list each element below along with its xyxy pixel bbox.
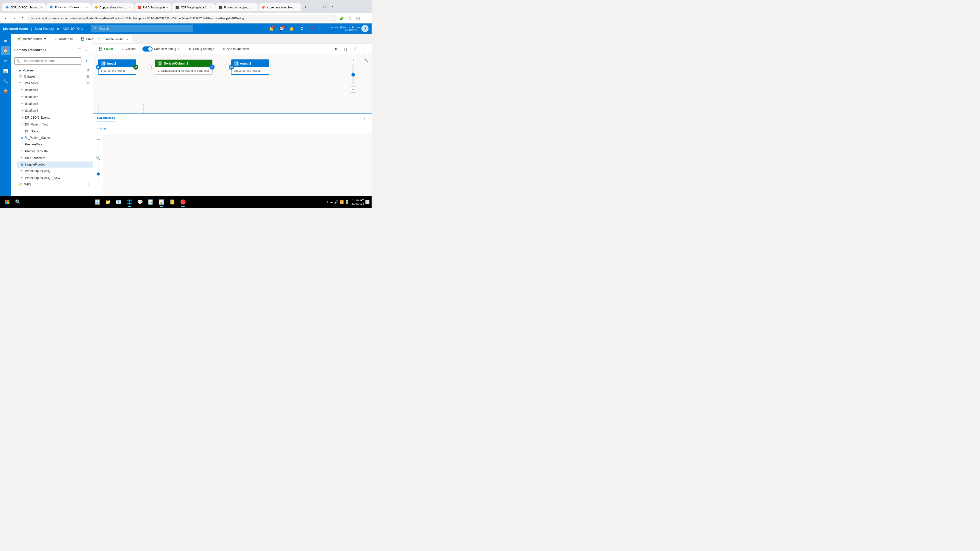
dataflow-item-dataflow2[interactable]: 〜 dataflow2 bbox=[18, 94, 93, 100]
new-tab-button[interactable]: + bbox=[301, 3, 310, 11]
tree-wps[interactable]: › 📁 WPS 1 bbox=[11, 181, 93, 187]
browser-settings-button[interactable]: ··· bbox=[363, 15, 369, 22]
flow-node-input1[interactable]: ⬟ input1 Input for the flowlet. bbox=[98, 59, 136, 75]
notifications-button[interactable]: 🔔 4 bbox=[267, 24, 275, 33]
right-search-button[interactable]: 🔍 bbox=[94, 154, 102, 162]
tab-6[interactable]: ⬛ Flowlets in mapping ... × bbox=[215, 3, 258, 11]
window-close-button[interactable]: × bbox=[329, 3, 336, 10]
tab-4-close[interactable]: × bbox=[167, 6, 169, 9]
notification-tray-icon[interactable]: ⬜ bbox=[365, 200, 369, 204]
collections-button[interactable]: 📋 bbox=[354, 15, 361, 22]
dataflow-item-fl-patient-cache[interactable]: ⊞ FL_Patient_Cache bbox=[18, 135, 93, 141]
tab-2-close[interactable]: × bbox=[86, 6, 88, 9]
tree-dataflows[interactable]: ▾ 〜 Data flows 15 bbox=[11, 79, 93, 86]
alerts-button[interactable]: 🔔 bbox=[288, 24, 296, 33]
editor-tab-sampleflowlet[interactable]: 〜 SampleFlowlet × bbox=[94, 35, 132, 43]
right-slider-thumb[interactable] bbox=[97, 172, 100, 176]
validate-button[interactable]: ✓ Validate bbox=[119, 45, 139, 52]
dataflow-item-sample-flowlet[interactable]: ⊞ SampleFlowlet bbox=[18, 162, 93, 168]
canvas-search-button[interactable]: 🔍 bbox=[363, 57, 369, 63]
tab-2[interactable]: 🔷 ADF-JO-POC - Azure ... × bbox=[46, 3, 91, 11]
sidebar-resources-button[interactable]: 📦 bbox=[1, 87, 10, 96]
tab-1[interactable]: 🔷 ADF-JO-POC - Micro... × bbox=[2, 3, 46, 11]
resource-search-input[interactable] bbox=[14, 57, 81, 65]
tab-7[interactable]: 🐙 azure-docs/overview... × bbox=[258, 3, 301, 11]
collapse-button[interactable]: « bbox=[83, 47, 89, 53]
tab-1-close[interactable]: × bbox=[41, 6, 42, 9]
dataflow-item-prepare-data[interactable]: 〜 PrepareData bbox=[18, 141, 93, 148]
add-to-data-flow-button[interactable]: ⊕ Add to data flow bbox=[220, 45, 251, 52]
zoom-slider[interactable] bbox=[352, 65, 354, 85]
account-button[interactable]: 👤 bbox=[318, 24, 327, 33]
dataflow-item-df-json-events[interactable]: 〜 DF_JSON_Events bbox=[18, 114, 93, 121]
back-button[interactable]: ‹ bbox=[2, 15, 9, 22]
new-parameter-button[interactable]: + New bbox=[97, 127, 107, 130]
tab-3-close[interactable]: × bbox=[129, 6, 130, 9]
taskbar-app-mail[interactable]: 📧 bbox=[114, 197, 124, 207]
window-minimize-button[interactable]: ─ bbox=[313, 3, 320, 10]
sidebar-home-button[interactable]: 🏠 bbox=[1, 46, 10, 55]
tab-close-button[interactable]: × bbox=[127, 38, 128, 41]
debug-settings-button[interactable]: ⚙ Debug Settings bbox=[186, 45, 217, 52]
flowlet-canvas[interactable]: ⬟ input1 Input for the flowlet. bbox=[93, 54, 372, 134]
tree-pipeline[interactable]: › ▶ Pipeline 15 bbox=[11, 67, 93, 73]
debug-toggle[interactable] bbox=[142, 46, 153, 52]
dataflow-item-write-outputs-sql-new[interactable]: 〜 WriteOutputsToSQL_New bbox=[18, 175, 93, 181]
sidebar-pencil-button[interactable]: ✏ bbox=[1, 56, 10, 65]
flow-node-derivedcolumn1[interactable]: DerivedColumn1 Creating/updating the col… bbox=[155, 59, 213, 75]
flow-node-output1[interactable]: output1 Output for the flowlet. bbox=[231, 59, 269, 75]
tree-dataset[interactable]: › 📋 Dataset 56 bbox=[11, 73, 93, 79]
favorites-button[interactable]: ☆ bbox=[346, 15, 353, 22]
right-more-button[interactable]: ··· bbox=[94, 144, 102, 152]
user-avatar[interactable]: J bbox=[361, 25, 369, 32]
header-search-box[interactable]: 🔍 Search bbox=[91, 25, 193, 32]
table-view-button[interactable]: ☰ bbox=[351, 45, 360, 52]
tab-5-close[interactable]: × bbox=[210, 6, 212, 9]
tab-7-close[interactable]: × bbox=[296, 6, 298, 9]
parameters-collapse-button[interactable]: ∧ bbox=[361, 116, 368, 122]
dataflow-item-dataflow3[interactable]: 〜 dataflow3 bbox=[18, 100, 93, 107]
start-button[interactable] bbox=[2, 197, 12, 207]
taskbar-app-powerpoint[interactable]: 🔴 bbox=[178, 197, 188, 207]
dataflow-item-df-stars[interactable]: 〜 DF_Stars bbox=[18, 128, 93, 135]
taskbar-up-arrow[interactable]: ∧ bbox=[326, 200, 328, 204]
extensions-button[interactable]: 🧩 bbox=[338, 15, 345, 22]
taskbar-app-onenote[interactable]: 📒 bbox=[167, 197, 177, 207]
parameters-tab[interactable]: Parameters bbox=[97, 116, 115, 121]
settings-button[interactable]: ⚙ bbox=[298, 24, 306, 33]
help-button[interactable]: ❓ bbox=[308, 24, 317, 33]
code-view-button[interactable]: { } bbox=[342, 45, 350, 52]
tab-6-close[interactable]: × bbox=[253, 6, 255, 9]
tab-4[interactable]: 🟥 PM DI Mocks.pptx × bbox=[134, 3, 172, 11]
dataflow-item-dataflow4[interactable]: 〜 dataflow4 bbox=[18, 107, 93, 114]
feedback-button[interactable]: 💬 2 bbox=[278, 24, 286, 33]
branch-button[interactable]: 🌿 master branch ▼ bbox=[14, 35, 49, 43]
tab-5[interactable]: ⬛ ADF Mapping data fl... × bbox=[172, 3, 215, 11]
validate-all-button[interactable]: ✓ Validate all bbox=[52, 35, 76, 43]
grid-view-button[interactable]: ⊞ bbox=[332, 45, 340, 52]
more-options-button[interactable]: ··· bbox=[360, 45, 369, 52]
filter-icon-button[interactable]: ☰ bbox=[76, 47, 83, 53]
add-resource-button[interactable]: + bbox=[83, 58, 89, 64]
add-node-button-1[interactable]: + bbox=[149, 64, 154, 70]
dataflow-item-prepfor-translate[interactable]: 〜 PrepforTranslate bbox=[18, 148, 93, 155]
taskbar-app-vscode[interactable]: 📝 bbox=[146, 197, 156, 207]
zoom-thumb[interactable] bbox=[352, 73, 355, 76]
tab-3[interactable]: 🔶 Copy and transform ... × bbox=[91, 3, 134, 11]
dataflow-item-prep-sentiment[interactable]: 〜 PrepSentiment bbox=[18, 155, 93, 162]
right-zoom-out-button[interactable]: − bbox=[94, 186, 102, 194]
sidebar-monitor-button[interactable]: 📊 bbox=[1, 66, 10, 76]
taskbar-app-edge[interactable]: 🌐 bbox=[124, 197, 135, 207]
forward-button[interactable]: › bbox=[11, 15, 18, 22]
dataflow-item-df-patient-test[interactable]: 〜 DF_Patient_Test bbox=[18, 121, 93, 128]
sidebar-manage-button[interactable]: 🔧 bbox=[1, 76, 10, 86]
dataflow-item-dataflow1[interactable]: 〜 dataflow1 bbox=[18, 86, 93, 94]
refresh-button[interactable]: ↻ bbox=[19, 15, 27, 22]
right-edit-button[interactable]: ✏ bbox=[94, 136, 102, 143]
window-maximize-button[interactable]: □ bbox=[321, 3, 328, 10]
dataflow-item-write-outputs-sql[interactable]: 〜 WriteOutputsToSQL bbox=[18, 168, 93, 175]
sidebar-toggle-button[interactable]: ☰ bbox=[1, 36, 10, 45]
taskbar-app-files[interactable]: 🪟 bbox=[92, 197, 102, 207]
taskbar-app-explorer[interactable]: 📁 bbox=[103, 197, 113, 207]
tray-clock[interactable]: 10:47 AM 11/24/2021 bbox=[350, 198, 364, 206]
